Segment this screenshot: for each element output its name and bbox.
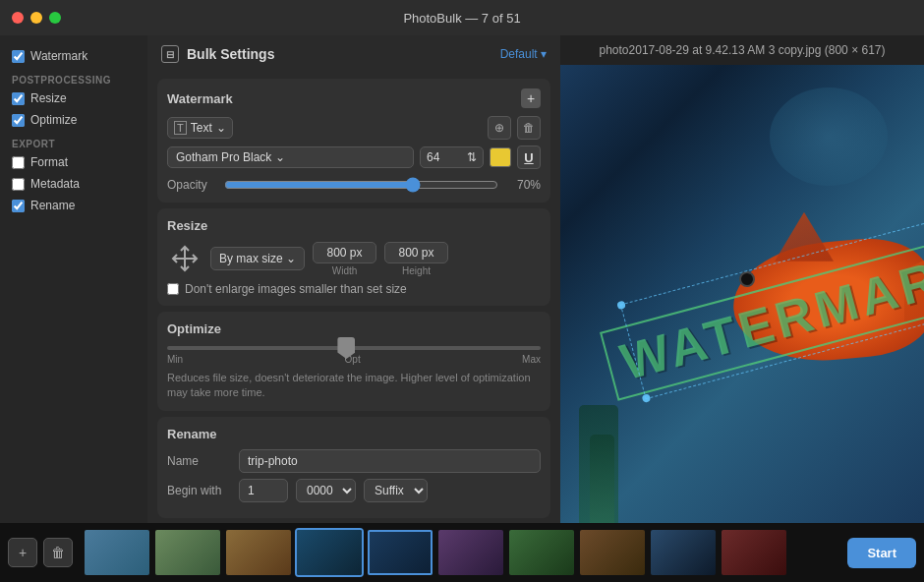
thumb-5[interactable] (366, 528, 434, 577)
photo-title: photo2017-08-29 at 9.42.13 AM 3 copy.jpg… (560, 35, 924, 65)
optimize-min-label: Min (167, 354, 183, 365)
maximize-button[interactable] (49, 12, 61, 24)
opacity-label: Opacity (167, 178, 216, 192)
resize-section-title: Resize (167, 218, 207, 233)
sidebar-item-optimize[interactable]: Optimize (0, 109, 147, 131)
optimize-description: Reduces file size, doesn't deteriorate t… (167, 371, 541, 401)
watermark-type-row: T Text ⌄ ⊕ 🗑 (167, 116, 541, 140)
handle-top-left[interactable] (616, 301, 626, 311)
width-label: Width (332, 265, 358, 276)
sidebar-format-label: Format (30, 155, 68, 169)
close-button[interactable] (12, 12, 24, 24)
watermark-section: Watermark + T Text ⌄ ⊕ 🗑 Gotham Pro Blac… (157, 79, 550, 203)
optimize-labels: Min Opt Max (167, 354, 541, 365)
photo-canvas: WATERMARK (560, 65, 924, 523)
resize-section: Resize By max size ⌄ (157, 208, 550, 306)
sidebar-item-watermark[interactable]: Watermark (0, 45, 147, 67)
sidebar-optimize-label: Optimize (30, 113, 77, 127)
titlebar: PhotoBulk — 7 of 51 (0, 0, 924, 35)
optimize-section-title: Optimize (167, 321, 221, 336)
watermark-font-row: Gotham Pro Black ⌄ 64 ⇅ U (167, 146, 541, 169)
rename-name-row: Name (167, 449, 541, 473)
opacity-row: Opacity 70% (167, 177, 541, 193)
sidebar-rename-label: Rename (30, 199, 75, 212)
rename-begin-input[interactable] (239, 479, 288, 502)
panel-header: ⊟ Bulk Settings Default ▾ (147, 35, 560, 73)
width-input[interactable] (313, 242, 376, 263)
thumb-9[interactable] (649, 528, 718, 577)
optimize-track (167, 346, 541, 350)
font-select[interactable]: Gotham Pro Black ⌄ (167, 146, 414, 168)
start-button[interactable]: Start (847, 538, 916, 568)
traffic-lights[interactable] (12, 12, 61, 24)
watermark-checkbox[interactable] (12, 50, 25, 63)
rename-name-label: Name (167, 454, 231, 468)
filmstrip: + 🗑 Start (0, 523, 924, 582)
optimize-checkbox[interactable] (12, 114, 25, 127)
dont-enlarge-checkbox[interactable] (167, 283, 179, 295)
metadata-checkbox[interactable] (12, 178, 25, 191)
rename-section: Rename Name Begin with 0000 000 00 Suffi… (157, 417, 550, 518)
thumb-3[interactable] (224, 528, 293, 577)
type-chevron-icon: ⌄ (216, 121, 226, 135)
thumb-1[interactable] (83, 528, 151, 577)
watermark-title-row: Watermark + (167, 88, 541, 108)
font-name: Gotham Pro Black (176, 150, 271, 164)
size-chevrons-icon: ⇅ (467, 150, 477, 164)
rename-begin-row: Begin with 0000 000 00 Suffix Prefix (167, 479, 541, 502)
watermark-copy-btn[interactable]: ⊕ (488, 116, 511, 140)
app-title: PhotoBulk — 7 of 51 (403, 11, 520, 26)
watermark-type-select[interactable]: T Text ⌄ (167, 117, 233, 139)
thumb-10[interactable] (720, 528, 788, 577)
rename-title-row: Rename (167, 427, 541, 441)
default-button[interactable]: Default ▾ (500, 47, 547, 61)
panel-icon: ⊟ (161, 45, 179, 63)
thumb-6[interactable] (436, 528, 505, 577)
thumb-7[interactable] (507, 528, 576, 577)
minimize-button[interactable] (30, 12, 42, 24)
thumb-8[interactable] (578, 528, 647, 577)
thumb-4-active[interactable] (295, 528, 364, 577)
optimize-slider-container (167, 346, 541, 350)
color-swatch[interactable] (490, 147, 511, 167)
add-photo-button[interactable]: + (8, 538, 37, 567)
thumb-2[interactable] (153, 528, 222, 577)
watermark-delete-btn[interactable]: 🗑 (517, 116, 541, 140)
size-select[interactable]: 64 ⇅ (420, 146, 484, 168)
rename-checkbox[interactable] (12, 200, 25, 212)
sidebar-item-resize[interactable]: Resize (0, 87, 147, 109)
resize-mode-select[interactable]: By max size ⌄ (210, 247, 305, 270)
photo-background: WATERMARK (560, 65, 924, 523)
sidebar: Watermark POSTPROCESSING Resize Optimize… (0, 35, 147, 523)
rename-section-title: Rename (167, 427, 217, 441)
sidebar-item-format[interactable]: Format (0, 151, 147, 173)
rename-number-format-select[interactable]: 0000 000 00 (296, 479, 356, 502)
handle-bottom-left[interactable] (641, 393, 651, 403)
watermark-add-button[interactable]: + (521, 88, 541, 108)
resize-title-row: Resize (167, 218, 541, 233)
optimize-max-label: Max (522, 354, 541, 365)
panel-header-left: ⊟ Bulk Settings (161, 45, 274, 63)
sidebar-resize-label: Resize (30, 91, 67, 105)
dont-enlarge-label: Don't enlarge images smaller than set si… (185, 282, 407, 296)
resize-checkbox[interactable] (12, 92, 25, 105)
height-label: Height (402, 265, 431, 276)
delete-photo-button[interactable]: 🗑 (43, 538, 73, 567)
resize-height: Height (384, 242, 448, 276)
sidebar-item-metadata[interactable]: Metadata (0, 173, 147, 195)
underline-button[interactable]: U (517, 146, 541, 169)
photo-view: photo2017-08-29 at 9.42.13 AM 3 copy.jpg… (560, 35, 924, 523)
height-input[interactable] (384, 242, 448, 263)
text-type-icon: T (174, 121, 187, 135)
sidebar-metadata-label: Metadata (30, 177, 80, 191)
rename-name-input[interactable] (239, 449, 541, 473)
panel-title: Bulk Settings (187, 46, 274, 62)
sidebar-watermark-label: Watermark (30, 49, 87, 63)
rename-suffix-select[interactable]: Suffix Prefix (364, 479, 428, 502)
filmstrip-controls: + 🗑 (8, 538, 73, 567)
sidebar-item-rename[interactable]: Rename (0, 195, 147, 216)
format-checkbox[interactable] (12, 156, 25, 169)
opacity-slider[interactable] (224, 177, 498, 193)
bulk-settings-panel: ⊟ Bulk Settings Default ▾ Watermark + T … (147, 35, 560, 523)
resize-controls-row: By max size ⌄ Width Height (167, 241, 541, 276)
